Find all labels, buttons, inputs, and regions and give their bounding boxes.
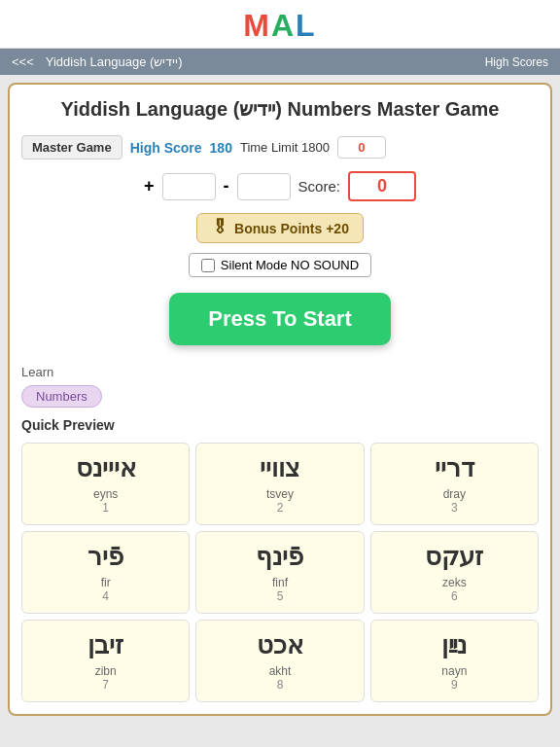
number-card-8[interactable]: אכט akht 8: [195, 620, 364, 702]
number-card-2[interactable]: צוויי tsvey 2: [195, 443, 364, 525]
silent-row: Silent Mode NO SOUND: [21, 253, 539, 277]
number-transliteration-6: zeks: [377, 576, 532, 589]
number-hebrew-2: צוויי: [202, 453, 357, 483]
number-transliteration-2: tsvey: [202, 487, 357, 501]
plus-symbol: +: [144, 176, 155, 196]
silent-mode-label: Silent Mode NO SOUND: [221, 258, 359, 272]
number-transliteration-3: dray: [377, 487, 532, 501]
number-card-4[interactable]: פֿיר fir 4: [21, 531, 190, 614]
silent-mode-toggle[interactable]: Silent Mode NO SOUND: [189, 253, 371, 277]
learn-label: Learn: [21, 365, 539, 379]
number-hebrew-4: פֿיר: [28, 542, 183, 572]
main-container: Yiddish Language (יידיש) Numbers Master …: [8, 83, 552, 716]
score-row: Master Game High Score 180 Time Limit 18…: [21, 135, 539, 160]
number-transliteration-4: fir: [28, 576, 183, 589]
nav-highscores-button[interactable]: High Scores: [485, 55, 548, 69]
number-card-5[interactable]: פֿינף finf 5: [195, 531, 364, 614]
number-hebrew-6: זעקס: [377, 542, 532, 572]
logo-a: A: [271, 8, 296, 43]
operand-one-box: [162, 173, 216, 200]
learn-badge[interactable]: Numbers: [21, 385, 102, 408]
silent-checkbox[interactable]: [201, 259, 215, 272]
number-digit-6: 6: [377, 589, 532, 603]
nav-bar: <<< Yiddish Language (יידיש) High Scores: [0, 49, 560, 75]
time-limit-label: Time Limit 1800: [240, 140, 330, 155]
bonus-icon: 🎖: [211, 218, 228, 238]
number-card-7[interactable]: זיבן zibn 7: [21, 620, 190, 702]
number-hebrew-8: אכט: [202, 630, 357, 660]
learn-section: Learn Numbers Quick Preview אייינס eyns …: [21, 365, 539, 702]
number-hebrew-5: פֿינף: [202, 542, 357, 572]
number-hebrew-1: אייינס: [28, 453, 183, 483]
number-digit-3: 3: [377, 501, 532, 515]
number-transliteration-5: finf: [202, 576, 357, 589]
number-transliteration-7: zibn: [28, 664, 183, 678]
master-game-button[interactable]: Master Game: [21, 135, 122, 160]
game-title: Yiddish Language (יידיש) Numbers Master …: [21, 96, 539, 122]
time-input[interactable]: [337, 136, 386, 159]
nav-back-button[interactable]: <<<: [12, 54, 34, 69]
numbers-grid: אייינס eyns 1 צוויי tsvey 2 דריי dray 3 …: [21, 443, 539, 702]
score-value: 0: [348, 171, 416, 201]
number-transliteration-9: nayn: [377, 664, 532, 678]
number-digit-1: 1: [28, 501, 183, 515]
quick-preview-label: Quick Preview: [21, 417, 539, 433]
number-transliteration-8: akht: [202, 664, 357, 678]
number-digit-7: 7: [28, 678, 183, 692]
number-card-6[interactable]: זעקס zeks 6: [370, 531, 539, 614]
number-digit-2: 2: [202, 501, 357, 515]
number-digit-9: 9: [377, 678, 532, 692]
nav-title: Yiddish Language (יידיש): [46, 54, 473, 69]
number-digit-8: 8: [202, 678, 357, 692]
number-digit-5: 5: [202, 589, 357, 603]
app-header: MAL: [0, 0, 560, 49]
bonus-row: 🎖 Bonus Points +20: [21, 213, 539, 243]
equation-row: + - Score: 0: [21, 171, 539, 201]
number-card-1[interactable]: אייינס eyns 1: [21, 443, 190, 525]
high-score-value: 180: [210, 140, 232, 156]
app-logo: MAL: [0, 8, 560, 44]
minus-symbol: -: [224, 176, 229, 196]
bonus-badge: 🎖 Bonus Points +20: [196, 213, 364, 243]
logo-m: M: [243, 8, 271, 43]
number-card-9[interactable]: נײַן nayn 9: [370, 620, 539, 702]
score-label: Score:: [298, 178, 340, 195]
number-hebrew-9: נײַן: [377, 630, 532, 660]
high-score-label: High Score: [130, 140, 202, 156]
bonus-label: Bonus Points +20: [234, 221, 349, 236]
number-card-3[interactable]: דריי dray 3: [370, 443, 539, 525]
number-digit-4: 4: [28, 589, 183, 603]
start-button[interactable]: Press To Start: [169, 293, 391, 345]
number-hebrew-7: זיבן: [28, 630, 183, 660]
number-transliteration-1: eyns: [28, 487, 183, 501]
logo-l: L: [296, 8, 317, 43]
operand-two-box: [237, 173, 291, 200]
number-hebrew-3: דריי: [377, 453, 532, 483]
start-button-row: Press To Start: [21, 293, 539, 345]
